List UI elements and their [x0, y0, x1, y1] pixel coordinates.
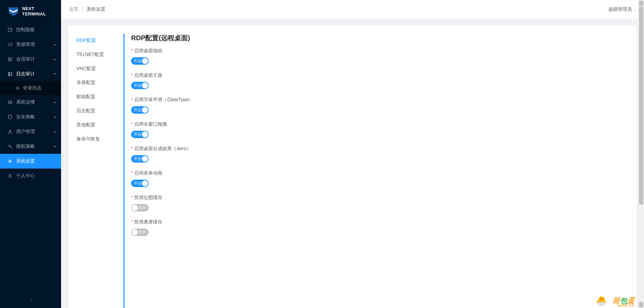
- sidebar-item-session-audit[interactable]: 会话审计 ▾: [0, 52, 61, 67]
- content: RDP配置 TELNET配置 VNC配置 录屏配置 邮箱配置 日志配置 其他配置…: [61, 19, 644, 308]
- form-label: *启用字体平滑（ClearType）: [131, 97, 629, 103]
- switch-font-smoothing[interactable]: 开启: [131, 106, 149, 114]
- sidebar-subitem-login-log[interactable]: 登录日志: [0, 81, 61, 95]
- switch-wallpaper[interactable]: 开启: [131, 57, 149, 65]
- sidebar-item-label: 资源管理: [16, 42, 54, 48]
- form-item-theme: *启用桌面主题 开启: [131, 72, 629, 90]
- form-label: *启用菜单动画: [131, 170, 629, 176]
- scrollbar-up-button[interactable]: [639, 1, 643, 6]
- user-dropdown[interactable]: 超级管理员 ⌄: [608, 6, 636, 12]
- sidebar-item-label: 系统设置: [16, 158, 56, 164]
- audit-icon: [7, 57, 13, 62]
- switch-theme[interactable]: 开启: [131, 82, 149, 89]
- main-area: 首页 / 系统设置 超级管理员 ⌄ RDP配置 TELNET配置 VNC配置 录…: [61, 0, 644, 308]
- sidebar-item-label: 用户管理: [16, 129, 54, 135]
- form-item-font-smoothing: *启用字体平滑（ClearType） 开启: [131, 97, 629, 115]
- switch-aero[interactable]: 开启: [131, 155, 149, 163]
- shield-icon: [7, 115, 13, 119]
- form-item-wallpaper: *启用桌面墙纸 开启: [131, 48, 629, 66]
- sidebar-item-resources[interactable]: 资源管理 ▾: [0, 37, 61, 52]
- chevron-down-icon: ▾: [54, 58, 56, 61]
- key-icon: [7, 144, 13, 149]
- breadcrumb-home[interactable]: 首页: [69, 6, 78, 12]
- topbar: 首页 / 系统设置 超级管理员 ⌄: [61, 0, 644, 19]
- svg-point-7: [9, 174, 11, 176]
- chevron-left-icon: 〈: [28, 297, 33, 303]
- switch-menu-anim[interactable]: 开启: [131, 180, 149, 187]
- form-item-menu-anim: *启用菜单动画 开启: [131, 170, 629, 188]
- tab-mail[interactable]: 邮箱配置: [76, 90, 117, 104]
- scrollbar-track[interactable]: [639, 7, 643, 301]
- chevron-down-icon: ▾: [54, 101, 56, 104]
- sidebar-subitem-label: 登录日志: [23, 85, 42, 91]
- breadcrumb-separator: /: [82, 6, 83, 12]
- breadcrumb-current: 系统设置: [87, 6, 105, 12]
- app-logo: NEXT TERMINAL: [0, 0, 61, 22]
- sidebar-menu: 控制面板 资源管理 ▾ 会话审计 ▾ 日志审计 ▴ 登录日志 系统运维 ▾: [0, 22, 61, 292]
- sidebar-item-label: 安全策略: [16, 114, 54, 120]
- app-name: NEXT TERMINAL: [22, 6, 46, 16]
- tab-recording[interactable]: 录屏配置: [76, 76, 117, 90]
- scrollbar-down-button[interactable]: [639, 302, 643, 307]
- tab-vnc[interactable]: VNC配置: [76, 62, 117, 76]
- logo-shield-icon: [8, 7, 19, 16]
- scrollbar-thumb[interactable]: [639, 7, 643, 204]
- settings-tabs: RDP配置 TELNET配置 VNC配置 录屏配置 邮箱配置 日志配置 其他配置…: [76, 34, 117, 308]
- form-label: *启用桌面主题: [131, 72, 629, 78]
- form-label: *启用全窗口拖拽: [131, 121, 629, 127]
- svg-point-4: [9, 130, 11, 132]
- watermark-emoji-icon: 🐣: [595, 296, 607, 307]
- breadcrumb: 首页 / 系统设置: [69, 6, 608, 12]
- profile-icon: [7, 174, 13, 178]
- tab-rdp[interactable]: RDP配置: [76, 34, 117, 48]
- form-title: RDP配置(远程桌面): [131, 34, 629, 43]
- switch-bitmap-cache[interactable]: 关闭: [131, 204, 149, 211]
- sidebar-item-label: 会话审计: [16, 56, 54, 62]
- tab-telnet[interactable]: TELNET配置: [76, 48, 117, 62]
- sidebar: NEXT TERMINAL 控制面板 资源管理 ▾ 会话审计 ▾ 日志审计 ▴ …: [0, 0, 61, 308]
- watermark-url: HBDO.CN: [618, 304, 634, 307]
- sidebar-item-users[interactable]: 用户管理 ▾: [0, 124, 61, 139]
- cloud-icon: [7, 42, 13, 47]
- sidebar-item-label: 个人中心: [16, 173, 56, 179]
- gear-icon: [7, 159, 13, 164]
- sidebar-item-ops[interactable]: 系统运维 ▾: [0, 95, 61, 110]
- browser-scrollbar[interactable]: [638, 0, 644, 308]
- sidebar-item-profile[interactable]: 个人中心: [0, 169, 61, 183]
- form-label: *禁用位图缓存: [131, 195, 629, 201]
- tab-backup[interactable]: 备份与恢复: [76, 132, 117, 146]
- svg-point-5: [9, 145, 10, 146]
- sidebar-item-label: 系统运维: [16, 99, 54, 105]
- settings-card: RDP配置 TELNET配置 VNC配置 录屏配置 邮箱配置 日志配置 其他配置…: [68, 25, 637, 308]
- settings-form: RDP配置(远程桌面) *启用桌面墙纸 开启 *启用桌面主题 开启 *启用字体平…: [123, 34, 629, 308]
- sidebar-item-security[interactable]: 安全策略 ▾: [0, 110, 61, 124]
- form-item-offscreen-cache: *禁用离屏缓存 关闭: [131, 219, 629, 237]
- sidebar-item-dashboard[interactable]: 控制面板: [0, 22, 61, 37]
- svg-point-6: [9, 161, 11, 162]
- chevron-down-icon: ▾: [54, 43, 56, 47]
- form-item-aero: *启用桌面合成效果（Aero） 开启: [131, 146, 629, 164]
- sidebar-item-log-audit[interactable]: 日志审计 ▴: [0, 67, 61, 81]
- form-label: *禁用离屏缓存: [131, 219, 629, 225]
- user-name: 超级管理员: [608, 6, 632, 12]
- tab-other[interactable]: 其他配置: [76, 118, 117, 132]
- sidebar-collapse-button[interactable]: 〈: [0, 292, 61, 308]
- form-label: *启用桌面墙纸: [131, 48, 629, 54]
- user-icon: [7, 129, 13, 134]
- chevron-down-icon: ▾: [54, 130, 56, 134]
- sidebar-item-label: 日志审计: [16, 71, 54, 77]
- log-icon: [7, 72, 13, 76]
- chevron-down-icon: ▾: [54, 115, 56, 119]
- sidebar-item-settings[interactable]: 系统设置: [0, 154, 61, 169]
- dashboard-icon: [7, 27, 13, 32]
- ops-icon: [7, 100, 13, 105]
- chevron-down-icon: ▾: [54, 145, 56, 148]
- switch-offscreen-cache[interactable]: 关闭: [131, 229, 149, 236]
- form-item-bitmap-cache: *禁用位图缓存 关闭: [131, 195, 629, 212]
- switch-full-drag[interactable]: 开启: [131, 131, 149, 138]
- form-label: *启用桌面合成效果（Aero）: [131, 146, 629, 152]
- sidebar-item-label: 授权策略: [16, 143, 54, 149]
- sidebar-item-auth-policy[interactable]: 授权策略 ▾: [0, 139, 61, 154]
- chevron-up-icon: ▴: [54, 72, 56, 76]
- tab-log[interactable]: 日志配置: [76, 104, 117, 118]
